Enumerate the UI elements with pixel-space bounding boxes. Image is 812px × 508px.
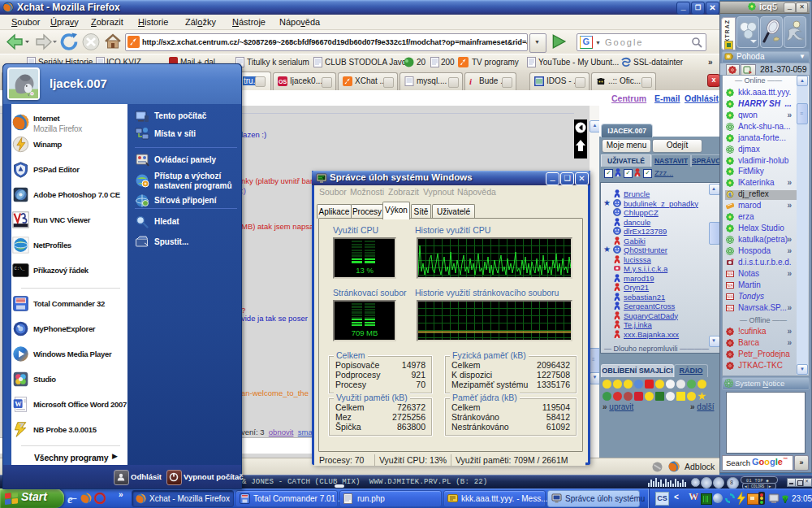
svg-text:W: W — [15, 401, 22, 408]
svg-text:OS: OS — [279, 79, 287, 85]
svg-text:C:\_: C:\_ — [15, 266, 26, 271]
